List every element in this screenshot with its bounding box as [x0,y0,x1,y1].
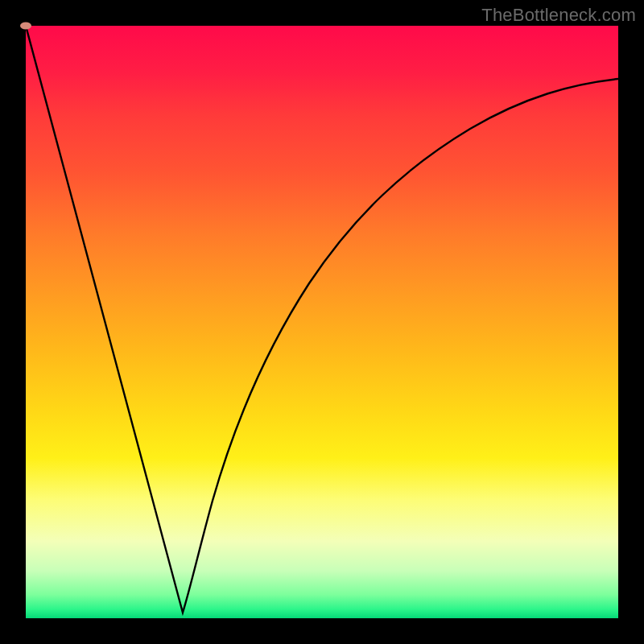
chart-frame: TheBottleneck.com [0,0,644,644]
watermark-text: TheBottleneck.com [481,5,636,26]
plot-area [26,26,618,618]
bottleneck-curve [26,26,618,618]
curve-path [26,26,618,613]
optimal-point-marker [20,23,31,30]
